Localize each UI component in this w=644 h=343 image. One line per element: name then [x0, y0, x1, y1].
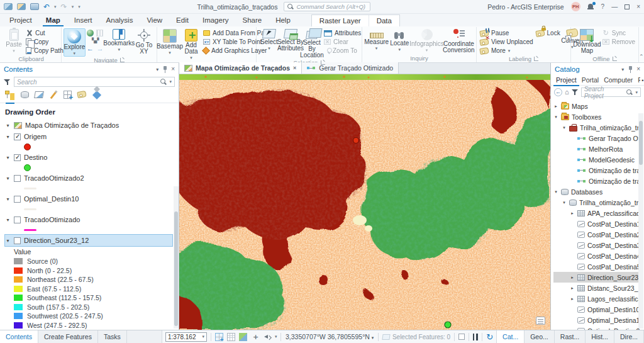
status-tools-chevron[interactable]: ▾ [275, 334, 277, 339]
labeling-dialog-launcher[interactable] [534, 57, 538, 61]
expander-icon[interactable]: ▾ [562, 125, 567, 130]
add-data-button[interactable]: Add Data ▾ [180, 28, 202, 60]
ribbon-tab-help[interactable]: Help [269, 15, 297, 26]
list-by-selection-icon[interactable] [35, 90, 43, 103]
list-by-snapping-icon[interactable] [64, 90, 72, 103]
catalog-item-trilha-otimiza-o-tra[interactable]: ▾Trilha_otimização_traç... [553, 197, 643, 208]
catalog-item-costpat-destina2[interactable]: CostPat_Destina2 [553, 229, 643, 240]
layer-checkbox[interactable] [14, 196, 21, 203]
offline-dialog-launcher[interactable] [613, 57, 617, 61]
measure-button[interactable]: Measure ▾ [364, 28, 389, 54]
remove-offline-button[interactable]: ×Remove [601, 38, 636, 46]
catalog-filter-icon[interactable] [572, 89, 579, 96]
destino-point-marker[interactable] [445, 322, 451, 328]
crosshair-tool-icon[interactable] [251, 333, 259, 341]
basemap-button[interactable]: Basemap ▾ [159, 28, 180, 60]
bottom-tab-contents[interactable]: Contents [0, 330, 38, 343]
catalog-item-optimal-destina2[interactable]: Optimal_Destina2 [553, 325, 643, 330]
list-by-labeling-icon[interactable] [77, 90, 86, 103]
catalog-item-toolboxes[interactable]: ▾Toolboxes [553, 111, 643, 122]
layer-symbol-row[interactable] [5, 225, 172, 235]
zoom-to-selection-button[interactable]: Zoom To [323, 47, 362, 55]
go-to-xy-button[interactable]: Go To XY [133, 28, 155, 57]
catalog-menu-chevron[interactable]: ▾ [621, 67, 624, 72]
layer-row-optimal-destin10[interactable]: ▾Optimal_Destin10 [5, 193, 172, 205]
contextual-tab-raster-layer[interactable]: Raster Layer [312, 15, 369, 26]
notifications-icon[interactable] [587, 3, 594, 10]
catalog-item-melhorrota[interactable]: MelhorRota [553, 143, 643, 154]
ribbon-tab-analysis[interactable]: Analysis [99, 15, 140, 26]
undo-icon[interactable]: ↶ [43, 3, 50, 11]
layer-checkbox[interactable] [14, 133, 21, 140]
cut-button[interactable]: Cut [25, 29, 65, 37]
flicker-tool-icon[interactable] [239, 333, 247, 341]
select-by-attributes-button[interactable]: Select By Attributes [280, 28, 301, 59]
layer-row-tracadootimizado[interactable]: ▾TracadoOtimizado [5, 214, 172, 225]
catalog-item-otimiza-o-de-tra[interactable]: Otimização de traç... [553, 176, 643, 186]
ribbon-tab-view[interactable]: View [140, 15, 169, 26]
selection-box-icon[interactable] [458, 334, 465, 340]
coordinate-conversion-button[interactable]: Coordinate Conversion [443, 28, 474, 54]
select-by-location-button[interactable]: Select By Location [301, 28, 323, 59]
catalog-item-apa-reclassificados[interactable]: ▸APA_reclassificados [553, 208, 643, 218]
navigate-dialog-launcher[interactable] [120, 58, 125, 62]
expander-icon[interactable]: ▸ [570, 211, 575, 216]
catalog-back-icon[interactable]: ← [554, 88, 562, 96]
contextual-tab-data[interactable]: Data [369, 15, 399, 26]
next-extent-icon[interactable]: → [97, 45, 104, 52]
infographics-button[interactable]: Infographics ▾ [410, 28, 443, 54]
map-canvas[interactable] [179, 74, 550, 330]
lock-labels-button[interactable]: Lock [535, 29, 562, 37]
contents-map-root[interactable]: ▾Mapa Otimização de Traçados [5, 120, 172, 131]
bottom-tab-create-features[interactable]: Create Features [38, 330, 98, 343]
open-project-icon[interactable] [17, 3, 26, 10]
catalog-tab-favorites[interactable]: Favorites [635, 76, 640, 85]
expander-icon[interactable]: ▾ [5, 217, 11, 223]
panel-tab-rast[interactable]: Rast... [555, 330, 586, 343]
layer-symbol-row[interactable] [5, 163, 172, 172]
catalog-tab-portal[interactable]: Portal [579, 76, 601, 85]
catalog-item-costpat-destina5[interactable]: CostPat_Destina5 [553, 261, 643, 272]
layer-checkbox[interactable] [14, 237, 21, 244]
catalog-item-databases[interactable]: ▾Databases [553, 186, 643, 197]
zoom-extent-icons[interactable]: ▚▞ [92, 38, 98, 43]
layer-row-direction-sour23-12[interactable]: ▾Direction_Sour23_12 [5, 235, 172, 246]
expander-icon[interactable]: ▾ [5, 155, 11, 160]
catalog-tab-computer[interactable]: Computer [601, 76, 635, 85]
catalog-item-direction-sour23-12[interactable]: ▸Direction_Sour23_12 [553, 272, 643, 283]
redo-dropdown-chevron[interactable]: ▾ [72, 4, 74, 9]
explore-button[interactable]: Explore ▾ [64, 28, 86, 57]
expander-icon[interactable]: ▾ [5, 176, 11, 181]
view-unplaced-button[interactable]: ×View Unplaced [479, 38, 535, 46]
undo-dropdown-chevron[interactable]: ▾ [54, 4, 57, 9]
layer-symbol-row[interactable] [5, 184, 172, 193]
map-notification-icon[interactable] [536, 317, 545, 325]
catalog-scrollbar[interactable] [638, 113, 643, 329]
expander-icon[interactable]: ▸ [570, 275, 575, 280]
contents-menu-chevron[interactable]: ▾ [156, 67, 158, 72]
catalog-pin-icon[interactable] [628, 66, 633, 73]
expander-icon[interactable]: ▾ [5, 123, 11, 128]
ribbon-tab-map[interactable]: Map [39, 15, 67, 26]
scale-input[interactable]: 1:378.162 ▾ [165, 332, 207, 342]
catalog-item-lagos-reclassificad[interactable]: ▸Lagos_reclassificad... [553, 293, 643, 304]
save-project-icon[interactable] [30, 3, 39, 10]
previous-extent-icon[interactable]: ← [87, 45, 94, 52]
catalog-home-icon[interactable]: ⌂ [565, 89, 569, 96]
catalog-item-costpat-destina4[interactable]: CostPat_Destina4 [553, 250, 643, 261]
close-view-icon[interactable]: × [293, 65, 296, 71]
catalog-item-distanc-sour23-12[interactable]: ▸Distanc_Sour23_12 [553, 283, 643, 293]
catalog-search-input[interactable]: Search Project ▾ [581, 87, 641, 97]
layer-checkbox[interactable] [14, 175, 21, 182]
expander-icon[interactable]: ▾ [553, 189, 558, 194]
catalog-item-costpat-destina1[interactable]: CostPat_Destina1 [553, 218, 643, 229]
catalog-item-costpat-destina3[interactable]: CostPat_Destina3 [553, 240, 643, 250]
ribbon-tab-imagery[interactable]: Imagery [196, 15, 236, 26]
list-by-data-source-icon[interactable] [21, 90, 29, 103]
selection-dialog-launcher[interactable] [321, 60, 325, 65]
new-project-icon[interactable] [4, 3, 13, 10]
locate-button[interactable]: Locate ▾ [389, 28, 410, 54]
origem-point-marker[interactable] [353, 138, 359, 143]
map-view-tab-active[interactable]: Mapa Otimização de Traçados × [179, 62, 302, 74]
panel-tab-hist[interactable]: Hist... [586, 330, 614, 343]
